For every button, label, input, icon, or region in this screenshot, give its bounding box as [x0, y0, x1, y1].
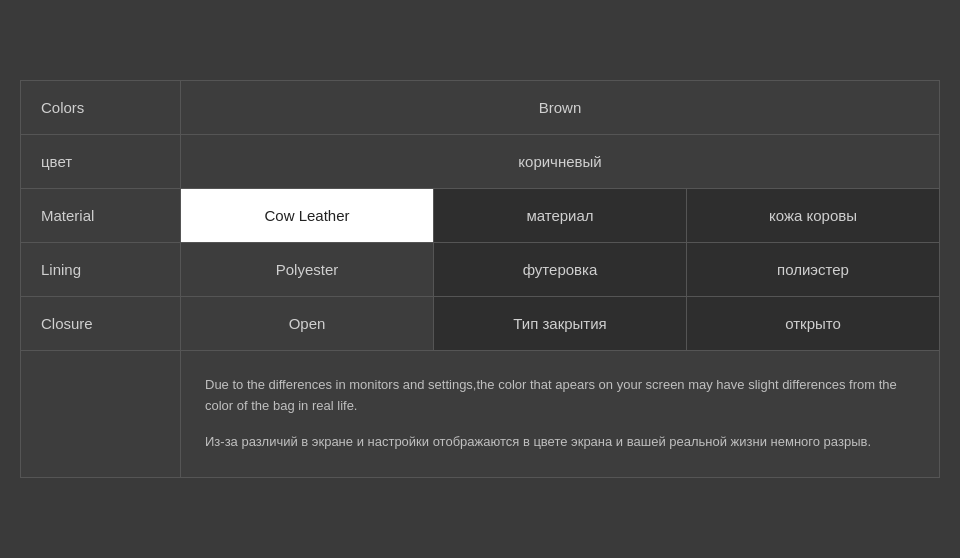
- value-closure-ru-label: Тип закрытия: [434, 297, 687, 350]
- value-material-ru: кожа коровы: [687, 189, 939, 242]
- notes-content: Due to the differences in monitors and s…: [181, 351, 939, 477]
- value-lining-en: Polyester: [181, 243, 434, 296]
- value-colors: Brown: [181, 81, 939, 134]
- table-row: цвет коричневый: [21, 135, 939, 189]
- table-row: Lining Polyester футеровка полиэстер: [21, 243, 939, 297]
- label-closure: Closure: [21, 297, 181, 350]
- product-table: Colors Brown цвет коричневый Material Co…: [20, 80, 940, 478]
- label-cvet: цвет: [21, 135, 181, 188]
- value-closure-en: Open: [181, 297, 434, 350]
- label-material: Material: [21, 189, 181, 242]
- value-material-en: Cow Leather: [181, 189, 434, 242]
- value-cvet: коричневый: [181, 135, 939, 188]
- value-material-ru-label: материал: [434, 189, 687, 242]
- table-row: Material Cow Leather материал кожа коров…: [21, 189, 939, 243]
- label-colors: Colors: [21, 81, 181, 134]
- note-english: Due to the differences in monitors and s…: [205, 375, 915, 417]
- table-row: Colors Brown: [21, 81, 939, 135]
- label-lining: Lining: [21, 243, 181, 296]
- note-russian: Из-за различий в экране и настройки отоб…: [205, 432, 871, 453]
- value-lining-ru: полиэстер: [687, 243, 939, 296]
- notes-row: Due to the differences in monitors and s…: [21, 351, 939, 477]
- value-lining-ru-label: футеровка: [434, 243, 687, 296]
- table-row: Closure Open Тип закрытия открыто: [21, 297, 939, 351]
- notes-label-spacer: [21, 351, 181, 477]
- value-closure-ru: открыто: [687, 297, 939, 350]
